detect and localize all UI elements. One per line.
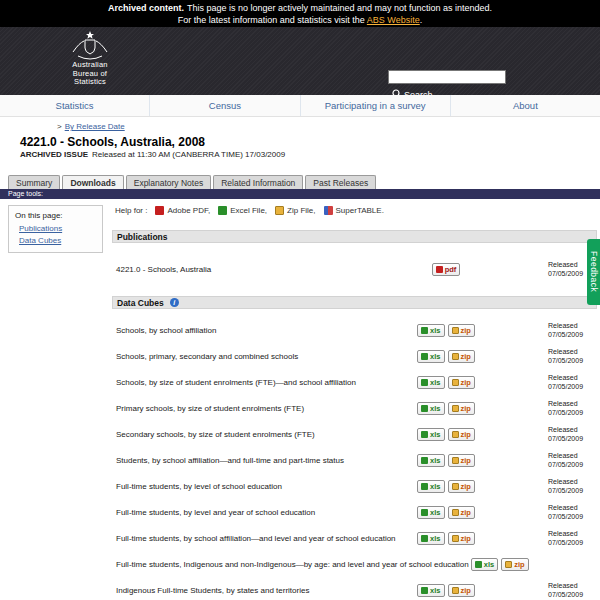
xls-download-button[interactable]: xls xyxy=(417,584,444,597)
help-adobe-pdf-label: Adobe PDF, xyxy=(167,206,210,215)
excel-icon xyxy=(421,327,428,334)
banner-line2: For the latest information and statistic… xyxy=(0,14,600,26)
zip-download-button[interactable]: zip xyxy=(448,506,475,519)
datacube-title: Students, by school affiliation—and full… xyxy=(112,456,415,465)
released-label: Released xyxy=(548,529,597,538)
xls-download-button[interactable]: xls xyxy=(417,350,444,363)
main-content: Help for : Adobe PDF, Excel File, Zip Fi… xyxy=(112,202,597,600)
help-supertable-label: SuperTABLE. xyxy=(336,206,384,215)
zip-icon xyxy=(452,327,459,334)
banner-text: This page is no longer actively maintain… xyxy=(187,3,492,13)
released-date: 07/05/2009 xyxy=(548,408,597,417)
zip-download-button[interactable]: zip xyxy=(448,428,475,441)
data-cubes-section-header: Data Cubes xyxy=(112,296,597,309)
zip-download-button[interactable]: zip xyxy=(448,350,475,363)
zip-label: zip xyxy=(461,352,471,361)
abs-logo[interactable]: Australian Bureau of Statistics xyxy=(52,30,128,87)
zip-label: zip xyxy=(461,534,471,543)
supertable-icon xyxy=(324,206,333,215)
nav-participating-in-a-survey[interactable]: Participating in a survey xyxy=(300,95,450,116)
table-row: 4221.0 - Schools, Australia pdf Released… xyxy=(112,243,597,295)
help-adobe-pdf[interactable]: Adobe PDF, xyxy=(155,206,210,215)
tab-summary[interactable]: Summary xyxy=(8,175,60,190)
released-info: Released 07/05/2009 xyxy=(545,529,597,547)
help-excel-file[interactable]: Excel File, xyxy=(218,206,267,215)
zip-download-button[interactable]: zip xyxy=(501,558,528,571)
xls-download-button[interactable]: xls xyxy=(417,454,444,467)
tab-past-releases[interactable]: Past Releases xyxy=(305,175,376,190)
zip-download-button[interactable]: zip xyxy=(448,480,475,493)
zip-icon xyxy=(275,206,284,215)
xls-download-button[interactable]: xls xyxy=(417,428,444,441)
zip-download-button[interactable]: zip xyxy=(448,454,475,467)
page-tools-bar: Page tools: xyxy=(0,189,600,199)
archived-content-banner: Archived content.This page is no longer … xyxy=(0,0,600,27)
xls-label: xls xyxy=(430,534,440,543)
zip-download-button[interactable]: zip xyxy=(448,376,475,389)
table-row: Primary schools, by size of student enro… xyxy=(112,395,597,421)
help-zip-file[interactable]: Zip File, xyxy=(275,206,315,215)
page-title: 4221.0 - Schools, Australia, 2008 xyxy=(20,135,205,149)
xls-download-button[interactable]: xls xyxy=(417,324,444,337)
feedback-tab[interactable]: Feedback xyxy=(587,239,600,305)
datacube-title: Primary schools, by size of student enro… xyxy=(112,404,415,413)
zip-download-button[interactable]: zip xyxy=(448,324,475,337)
publications-title: Publications xyxy=(117,232,168,242)
pdf-icon xyxy=(436,266,443,273)
xls-download-button[interactable]: xls xyxy=(417,506,444,519)
info-icon[interactable] xyxy=(170,298,179,307)
excel-icon xyxy=(421,483,428,490)
table-row: Full-time students, by level and year of… xyxy=(112,499,597,525)
zip-label: zip xyxy=(514,560,524,569)
excel-icon xyxy=(421,379,428,386)
sidebar-item-publications[interactable]: Publications xyxy=(19,224,96,233)
help-supertable[interactable]: SuperTABLE. xyxy=(324,206,384,215)
zip-label: zip xyxy=(461,326,471,335)
tab-related-information[interactable]: Related Information xyxy=(213,175,303,190)
breadcrumb-by-release-date-link[interactable]: By Release Date xyxy=(65,122,125,131)
released-date: 07/05/2009 xyxy=(548,512,597,521)
xls-download-button[interactable]: xls xyxy=(417,532,444,545)
zip-label: zip xyxy=(461,456,471,465)
publication-title: 4221.0 - Schools, Australia xyxy=(112,265,415,274)
pdf-download-button[interactable]: pdf xyxy=(432,263,461,276)
datacube-title: Secondary schools, by size of student en… xyxy=(112,430,415,439)
help-zip-label: Zip File, xyxy=(287,206,315,215)
xls-download-button[interactable]: xls xyxy=(471,558,498,571)
released-label: Released xyxy=(548,399,597,408)
zip-download-button[interactable]: zip xyxy=(448,532,475,545)
search-input[interactable] xyxy=(388,70,506,84)
xls-download-button[interactable]: xls xyxy=(417,480,444,493)
excel-icon xyxy=(218,206,227,215)
released-label: Released xyxy=(548,347,597,356)
table-row: Secondary schools, by size of student en… xyxy=(112,421,597,447)
nav-about[interactable]: About xyxy=(450,95,600,116)
tab-downloads[interactable]: Downloads xyxy=(62,175,123,190)
released-info: Released 07/05/2009 xyxy=(545,399,597,417)
zip-icon xyxy=(452,509,459,516)
xls-label: xls xyxy=(430,430,440,439)
data-cubes-title: Data Cubes xyxy=(117,298,164,308)
zip-label: zip xyxy=(461,482,471,491)
zip-download-button[interactable]: zip xyxy=(448,402,475,415)
zip-icon xyxy=(505,561,512,568)
nav-census[interactable]: Census xyxy=(149,95,299,116)
nav-statistics[interactable]: Statistics xyxy=(0,95,149,116)
abs-website-link[interactable]: ABS Website xyxy=(367,15,420,25)
excel-icon xyxy=(421,405,428,412)
released-info: Released 07/05/2009 xyxy=(545,581,597,599)
released-label: Released xyxy=(548,425,597,434)
xls-label: xls xyxy=(430,352,440,361)
released-label: Released xyxy=(548,373,597,382)
table-row: Full-time students, Indigenous and non-I… xyxy=(112,551,597,577)
sidebar-item-data-cubes[interactable]: Data Cubes xyxy=(19,236,96,245)
datacube-title: Schools, by size of student enrolments (… xyxy=(112,378,415,387)
released-date: 07/05/2009 xyxy=(548,538,597,547)
xls-download-button[interactable]: xls xyxy=(417,376,444,389)
zip-download-button[interactable]: zip xyxy=(448,584,475,597)
zip-icon xyxy=(452,379,459,386)
xls-label: xls xyxy=(430,508,440,517)
xls-download-button[interactable]: xls xyxy=(417,402,444,415)
tab-explanatory-notes[interactable]: Explanatory Notes xyxy=(126,175,211,190)
released-date: 07/05/2009 xyxy=(548,382,597,391)
